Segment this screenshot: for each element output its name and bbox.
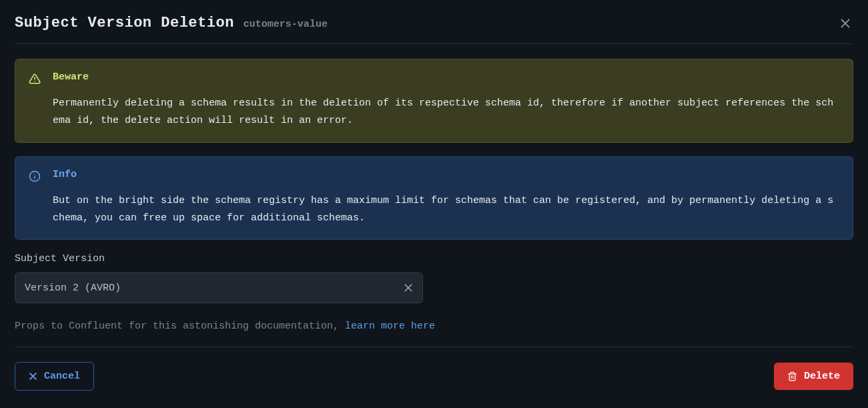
close-icon xyxy=(840,18,851,29)
delete-modal: Subject Version Deletion cutomers-value … xyxy=(0,0,868,391)
beware-text: Permanently deleting a schema results in… xyxy=(53,95,839,130)
header-title-group: Subject Version Deletion cutomers-value xyxy=(15,15,328,31)
beware-alert: Beware Permanently deleting a schema res… xyxy=(15,59,853,143)
info-body: Info But on the bright side the schema r… xyxy=(53,169,839,228)
delete-button[interactable]: Delete xyxy=(774,363,853,390)
footnote-text: Props to Confluent for this astonishing … xyxy=(15,321,345,332)
version-value: Version 2 (AVRO) xyxy=(25,282,404,294)
info-icon xyxy=(29,170,41,182)
trash-icon xyxy=(787,371,797,381)
version-label: Subject Version xyxy=(15,253,853,264)
x-icon xyxy=(404,283,413,292)
info-alert: Info But on the bright side the schema r… xyxy=(15,156,853,240)
info-text: But on the bright side the schema regist… xyxy=(53,192,839,228)
cancel-label: Cancel xyxy=(44,371,80,382)
info-title: Info xyxy=(53,169,839,180)
version-select[interactable]: Version 2 (AVRO) xyxy=(15,272,423,303)
x-icon xyxy=(29,372,37,381)
close-button[interactable] xyxy=(837,15,853,31)
modal-content: Beware Permanently deleting a schema res… xyxy=(15,44,853,391)
learn-more-link[interactable]: learn more here xyxy=(345,321,435,332)
clear-select-button[interactable] xyxy=(404,283,413,292)
modal-title: Subject Version Deletion xyxy=(15,15,234,31)
beware-title: Beware xyxy=(53,71,839,83)
warning-icon xyxy=(29,73,41,85)
cancel-button[interactable]: Cancel xyxy=(15,362,94,391)
footnote: Props to Confluent for this astonishing … xyxy=(15,321,853,347)
delete-label: Delete xyxy=(804,371,840,382)
modal-header: Subject Version Deletion cutomers-value xyxy=(15,15,853,44)
beware-body: Beware Permanently deleting a schema res… xyxy=(53,71,839,130)
modal-footer: Cancel Delete xyxy=(15,347,853,391)
modal-subtitle: cutomers-value xyxy=(244,19,328,30)
